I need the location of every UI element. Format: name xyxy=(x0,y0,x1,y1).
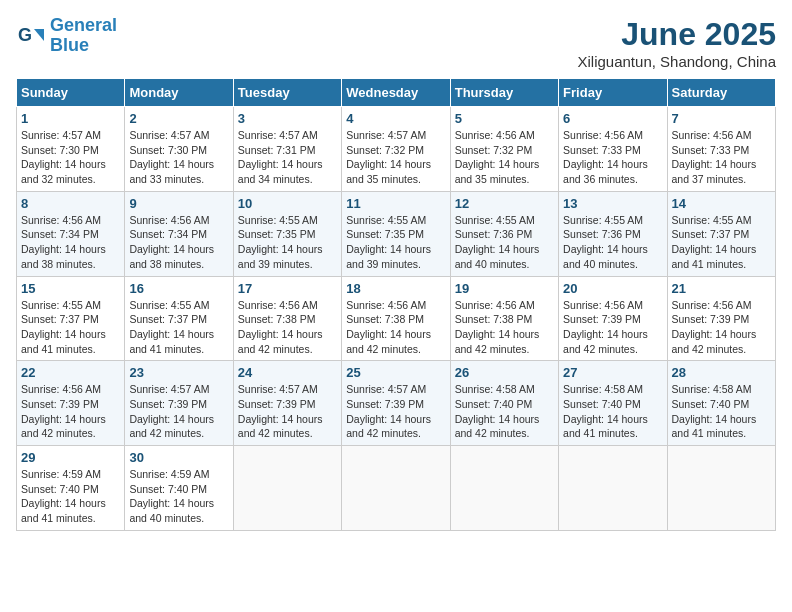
calendar-week-3: 15 Sunrise: 4:55 AMSunset: 7:37 PMDaylig… xyxy=(17,276,776,361)
day-detail: Sunrise: 4:55 AMSunset: 7:37 PMDaylight:… xyxy=(21,299,106,355)
calendar-cell: 19 Sunrise: 4:56 AMSunset: 7:38 PMDaylig… xyxy=(450,276,558,361)
day-detail: Sunrise: 4:56 AMSunset: 7:38 PMDaylight:… xyxy=(238,299,323,355)
day-number: 29 xyxy=(21,450,120,465)
calendar-cell: 13 Sunrise: 4:55 AMSunset: 7:36 PMDaylig… xyxy=(559,191,667,276)
calendar-cell: 23 Sunrise: 4:57 AMSunset: 7:39 PMDaylig… xyxy=(125,361,233,446)
day-detail: Sunrise: 4:56 AMSunset: 7:39 PMDaylight:… xyxy=(672,299,757,355)
day-number: 27 xyxy=(563,365,662,380)
calendar-title: June 2025 xyxy=(578,16,777,53)
calendar-week-4: 22 Sunrise: 4:56 AMSunset: 7:39 PMDaylig… xyxy=(17,361,776,446)
day-number: 4 xyxy=(346,111,445,126)
day-detail: Sunrise: 4:55 AMSunset: 7:35 PMDaylight:… xyxy=(238,214,323,270)
calendar-cell: 3 Sunrise: 4:57 AMSunset: 7:31 PMDayligh… xyxy=(233,107,341,192)
logo-icon: G xyxy=(16,21,46,51)
calendar-body: 1 Sunrise: 4:57 AMSunset: 7:30 PMDayligh… xyxy=(17,107,776,531)
calendar-cell xyxy=(450,446,558,531)
day-detail: Sunrise: 4:58 AMSunset: 7:40 PMDaylight:… xyxy=(455,383,540,439)
day-detail: Sunrise: 4:56 AMSunset: 7:38 PMDaylight:… xyxy=(346,299,431,355)
day-detail: Sunrise: 4:57 AMSunset: 7:31 PMDaylight:… xyxy=(238,129,323,185)
day-detail: Sunrise: 4:56 AMSunset: 7:32 PMDaylight:… xyxy=(455,129,540,185)
day-detail: Sunrise: 4:55 AMSunset: 7:37 PMDaylight:… xyxy=(672,214,757,270)
day-number: 22 xyxy=(21,365,120,380)
day-number: 23 xyxy=(129,365,228,380)
calendar-cell: 9 Sunrise: 4:56 AMSunset: 7:34 PMDayligh… xyxy=(125,191,233,276)
calendar-cell: 30 Sunrise: 4:59 AMSunset: 7:40 PMDaylig… xyxy=(125,446,233,531)
calendar-cell: 10 Sunrise: 4:55 AMSunset: 7:35 PMDaylig… xyxy=(233,191,341,276)
calendar-cell: 29 Sunrise: 4:59 AMSunset: 7:40 PMDaylig… xyxy=(17,446,125,531)
calendar-cell xyxy=(667,446,775,531)
day-detail: Sunrise: 4:57 AMSunset: 7:39 PMDaylight:… xyxy=(238,383,323,439)
calendar-cell: 5 Sunrise: 4:56 AMSunset: 7:32 PMDayligh… xyxy=(450,107,558,192)
day-header-sunday: Sunday xyxy=(17,79,125,107)
day-number: 14 xyxy=(672,196,771,211)
calendar-cell: 7 Sunrise: 4:56 AMSunset: 7:33 PMDayligh… xyxy=(667,107,775,192)
calendar-cell: 15 Sunrise: 4:55 AMSunset: 7:37 PMDaylig… xyxy=(17,276,125,361)
calendar-cell: 27 Sunrise: 4:58 AMSunset: 7:40 PMDaylig… xyxy=(559,361,667,446)
day-detail: Sunrise: 4:59 AMSunset: 7:40 PMDaylight:… xyxy=(129,468,214,524)
svg-text:G: G xyxy=(18,25,32,45)
day-detail: Sunrise: 4:56 AMSunset: 7:39 PMDaylight:… xyxy=(563,299,648,355)
logo: G General Blue xyxy=(16,16,117,56)
day-number: 15 xyxy=(21,281,120,296)
day-header-monday: Monday xyxy=(125,79,233,107)
calendar-week-5: 29 Sunrise: 4:59 AMSunset: 7:40 PMDaylig… xyxy=(17,446,776,531)
calendar-cell: 24 Sunrise: 4:57 AMSunset: 7:39 PMDaylig… xyxy=(233,361,341,446)
calendar-cell: 4 Sunrise: 4:57 AMSunset: 7:32 PMDayligh… xyxy=(342,107,450,192)
day-detail: Sunrise: 4:56 AMSunset: 7:34 PMDaylight:… xyxy=(129,214,214,270)
day-number: 26 xyxy=(455,365,554,380)
day-detail: Sunrise: 4:55 AMSunset: 7:37 PMDaylight:… xyxy=(129,299,214,355)
logo-general: General xyxy=(50,15,117,35)
day-header-tuesday: Tuesday xyxy=(233,79,341,107)
day-number: 10 xyxy=(238,196,337,211)
logo-blue: Blue xyxy=(50,35,89,55)
header: G General Blue June 2025 Xiliguantun, Sh… xyxy=(16,16,776,70)
day-detail: Sunrise: 4:56 AMSunset: 7:33 PMDaylight:… xyxy=(672,129,757,185)
day-number: 5 xyxy=(455,111,554,126)
day-number: 2 xyxy=(129,111,228,126)
day-number: 28 xyxy=(672,365,771,380)
logo-text: General Blue xyxy=(50,16,117,56)
calendar-cell: 6 Sunrise: 4:56 AMSunset: 7:33 PMDayligh… xyxy=(559,107,667,192)
calendar-cell: 14 Sunrise: 4:55 AMSunset: 7:37 PMDaylig… xyxy=(667,191,775,276)
day-detail: Sunrise: 4:55 AMSunset: 7:36 PMDaylight:… xyxy=(455,214,540,270)
day-detail: Sunrise: 4:58 AMSunset: 7:40 PMDaylight:… xyxy=(672,383,757,439)
calendar-cell: 16 Sunrise: 4:55 AMSunset: 7:37 PMDaylig… xyxy=(125,276,233,361)
day-detail: Sunrise: 4:56 AMSunset: 7:38 PMDaylight:… xyxy=(455,299,540,355)
calendar-cell xyxy=(559,446,667,531)
day-number: 6 xyxy=(563,111,662,126)
calendar-cell xyxy=(342,446,450,531)
calendar-cell: 18 Sunrise: 4:56 AMSunset: 7:38 PMDaylig… xyxy=(342,276,450,361)
day-number: 9 xyxy=(129,196,228,211)
calendar-cell: 26 Sunrise: 4:58 AMSunset: 7:40 PMDaylig… xyxy=(450,361,558,446)
day-number: 11 xyxy=(346,196,445,211)
calendar-cell: 8 Sunrise: 4:56 AMSunset: 7:34 PMDayligh… xyxy=(17,191,125,276)
calendar-header-row: SundayMondayTuesdayWednesdayThursdayFrid… xyxy=(17,79,776,107)
day-detail: Sunrise: 4:56 AMSunset: 7:34 PMDaylight:… xyxy=(21,214,106,270)
calendar-cell: 17 Sunrise: 4:56 AMSunset: 7:38 PMDaylig… xyxy=(233,276,341,361)
day-detail: Sunrise: 4:58 AMSunset: 7:40 PMDaylight:… xyxy=(563,383,648,439)
day-number: 30 xyxy=(129,450,228,465)
calendar-cell: 22 Sunrise: 4:56 AMSunset: 7:39 PMDaylig… xyxy=(17,361,125,446)
day-detail: Sunrise: 4:56 AMSunset: 7:39 PMDaylight:… xyxy=(21,383,106,439)
day-detail: Sunrise: 4:55 AMSunset: 7:35 PMDaylight:… xyxy=(346,214,431,270)
title-area: June 2025 Xiliguantun, Shandong, China xyxy=(578,16,777,70)
calendar-cell: 11 Sunrise: 4:55 AMSunset: 7:35 PMDaylig… xyxy=(342,191,450,276)
day-detail: Sunrise: 4:56 AMSunset: 7:33 PMDaylight:… xyxy=(563,129,648,185)
calendar-cell: 21 Sunrise: 4:56 AMSunset: 7:39 PMDaylig… xyxy=(667,276,775,361)
day-number: 13 xyxy=(563,196,662,211)
calendar-week-1: 1 Sunrise: 4:57 AMSunset: 7:30 PMDayligh… xyxy=(17,107,776,192)
calendar-table: SundayMondayTuesdayWednesdayThursdayFrid… xyxy=(16,78,776,531)
calendar-cell: 12 Sunrise: 4:55 AMSunset: 7:36 PMDaylig… xyxy=(450,191,558,276)
day-number: 25 xyxy=(346,365,445,380)
day-number: 8 xyxy=(21,196,120,211)
svg-marker-1 xyxy=(34,29,44,41)
day-number: 20 xyxy=(563,281,662,296)
day-detail: Sunrise: 4:57 AMSunset: 7:30 PMDaylight:… xyxy=(21,129,106,185)
day-detail: Sunrise: 4:57 AMSunset: 7:39 PMDaylight:… xyxy=(346,383,431,439)
day-header-saturday: Saturday xyxy=(667,79,775,107)
calendar-cell: 28 Sunrise: 4:58 AMSunset: 7:40 PMDaylig… xyxy=(667,361,775,446)
day-number: 19 xyxy=(455,281,554,296)
calendar-week-2: 8 Sunrise: 4:56 AMSunset: 7:34 PMDayligh… xyxy=(17,191,776,276)
day-number: 21 xyxy=(672,281,771,296)
day-header-wednesday: Wednesday xyxy=(342,79,450,107)
